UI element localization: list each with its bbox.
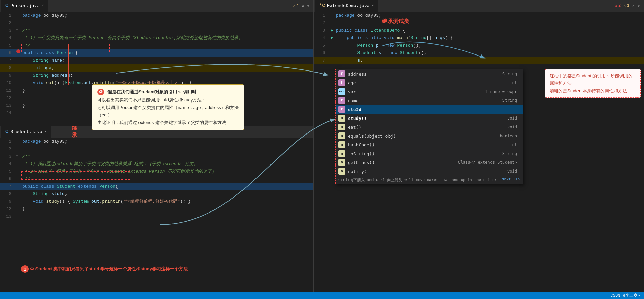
student-line-4: 4 * 1）我们通过extends简历了子类与父类的继承关系 格式：（子类 ex… <box>0 160 313 168</box>
right-line-7: 7 s. <box>314 57 644 64</box>
ac-item-equals[interactable]: m equals(Object obj) boolean <box>336 131 523 140</box>
right-line-5: 5 Person p = new Person(); <box>314 42 644 49</box>
student-line-2: 2 <box>0 145 313 153</box>
ac-name-eat: eat() <box>348 125 504 130</box>
fold-3[interactable]: ⊟ <box>16 27 21 32</box>
ac-item-stuId[interactable]: f stuId <box>336 105 523 114</box>
ac-icon-m-equals: m <box>338 132 345 139</box>
ac-item-tostring[interactable]: m toString() String <box>336 149 523 158</box>
right-nav-down[interactable]: ∨ <box>638 3 640 9</box>
person-tab-close[interactable]: × <box>42 4 44 8</box>
person-line-4: 4 * 1）一个父类只能有一个子类 Person 有两个子类（Student/T… <box>0 34 313 42</box>
right-warning-badge: ⚠ 1 <box>624 3 629 9</box>
extends-code-editor: 继承测试类 1 package oo.day03; 2 3 ▶ public c… <box>314 12 644 292</box>
circle-1: 1 <box>21 265 29 273</box>
error-count: 2 <box>618 3 621 8</box>
right-line-6: 6 Student s = new Student(); <box>314 49 644 57</box>
ac-item-notify[interactable]: m notify() void <box>336 167 523 176</box>
ac-name-study: study() <box>348 116 504 121</box>
ac-type-equals: boolean <box>500 133 520 138</box>
ac-type-name: String <box>502 98 520 103</box>
ac-item-getclass[interactable]: m getClass() Class<? extends Student> <box>336 158 523 167</box>
status-bar: CSDN @李三岁~ <box>0 292 644 299</box>
ac-type-tostring: String <box>502 151 520 156</box>
right-warning-count: 1 <box>627 3 629 8</box>
ac-type-notify: void <box>507 169 520 174</box>
ac-name-stuId: stuId <box>348 107 514 112</box>
ac-name-getclass: getClass() <box>348 160 455 165</box>
ac-icon-m-tostring: m <box>338 150 345 157</box>
right-nav-up[interactable]: ∧ <box>632 3 635 9</box>
ac-item-hashcode[interactable]: m hashCode() int <box>336 140 523 149</box>
ac-item-age[interactable]: f age int <box>336 78 523 87</box>
ac-item-var[interactable]: var var T name = expr <box>336 87 523 96</box>
run-icon-4[interactable]: ▶ <box>331 34 333 42</box>
ac-name-notify: notify() <box>348 169 504 174</box>
right-panel: *C ExtendsDemo.java × ⊘ 2 ⚠ 1 ∧ ∨ 继承测试类 <box>314 0 644 292</box>
callout2-line2: 可以看出其实我们不只是能调用stuId属性和study方法； <box>97 96 239 104</box>
person-line-9: 9 String address; <box>0 72 313 79</box>
ac-icon-m-eat: m <box>338 124 345 130</box>
debug-breakpoint <box>16 49 20 53</box>
right-line-4: 4 ▶ public static void main(String[] arg… <box>314 34 644 42</box>
person-warning-badge: ⚠ 4 <box>293 3 299 9</box>
fold-s3[interactable]: ⊟ <box>16 153 21 158</box>
next-tip-link[interactable]: Next Tip <box>502 177 520 183</box>
student-line-6: 6 */ <box>0 175 313 183</box>
autocomplete-dropdown[interactable]: f address String f age int var var T nam… <box>335 69 523 184</box>
run-icon-3[interactable]: ▶ <box>331 27 333 34</box>
callout2-box: ② 但是在我们通过Student对象的引用 s. 调用时 可以看出其实我们不只是… <box>92 84 244 130</box>
callout2-line4: （eat）... <box>97 111 239 119</box>
extends-tab-label: ExtendsDemo.java <box>327 3 370 9</box>
student-tab-icon: C <box>5 129 8 135</box>
annotation1-text: ① Student 类中我们只看到了stuld 学号这样一个属性和study学习… <box>30 266 188 272</box>
person-tab-bar: C Person.java × ⚠ 4 ∧ ∨ <box>0 0 313 12</box>
ac-item-study[interactable]: m study() void <box>336 114 523 123</box>
circle-2: ② <box>97 89 104 95</box>
tab-person-java[interactable]: C Person.java × <box>1 0 48 12</box>
nav-up-btn[interactable]: ∧ <box>302 3 304 9</box>
footer-text: Ctrl+向下箭头 and Ctrl+向上箭头 will move caret … <box>338 177 497 183</box>
ac-item-eat[interactable]: m eat() void <box>336 123 523 131</box>
ac-type-var: T name = expr <box>485 89 520 94</box>
ac-name-name: name <box>348 98 500 103</box>
ac-type-address: String <box>502 72 520 76</box>
extends-tab-icon: *C <box>319 3 325 9</box>
student-code-editor: 1 package oo.day03; 2 3 ⊟ /** 4 <box>0 138 313 220</box>
right-annotation-box: 红框中的都是Student 的引用 s 所能调用的属性和方法 加粗的是Stude… <box>545 69 641 98</box>
student-line-9: 9 void study() { System.out.println("学编程… <box>0 198 313 205</box>
ac-item-address[interactable]: f address String <box>336 69 523 78</box>
ac-icon-f-age: f <box>338 79 345 86</box>
student-tab-label: Student.java <box>10 129 42 135</box>
nav-down-btn[interactable]: ∨ <box>307 3 309 9</box>
ac-item-name[interactable]: f name String <box>336 96 523 105</box>
ac-name-tostring: toString() <box>348 151 500 156</box>
student-line-7: 7 public class Student extends Person{ <box>0 183 313 190</box>
status-text: CSDN @李三岁~ <box>611 293 640 298</box>
student-line-1: 1 package oo.day03; <box>0 138 313 145</box>
warning-icon: ⚠ <box>293 3 295 9</box>
person-line-8: 8 int age; <box>0 64 313 72</box>
tab-student-java[interactable]: C Student.java × <box>1 126 51 138</box>
extends-tab-close[interactable]: × <box>372 4 374 8</box>
person-line-6: 6 public class Person { <box>0 49 313 57</box>
ac-icon-m-hashcode: m <box>338 141 345 148</box>
person-line-3: 3 ⊟ /** <box>0 27 313 34</box>
callout2-line5: 由此证明：我们通过 extends 这个关键字继承了父类的属性和方法 <box>97 119 239 126</box>
tab-extends-demo[interactable]: *C ExtendsDemo.java × <box>315 0 378 12</box>
person-toolbar-right: ⚠ 4 ∧ ∨ <box>293 3 312 9</box>
warning-icon-r: ⚠ <box>624 3 626 9</box>
right-line-2: 2 <box>314 19 644 27</box>
ac-icon-f-stuId: f <box>338 106 345 113</box>
ac-name-address: address <box>348 72 500 77</box>
student-line-5: 5 * 2）Java单一继承,只能有一个父类（ Student extends … <box>0 168 313 175</box>
ac-type-age: int <box>510 80 520 85</box>
person-tab-label: Person.java <box>10 3 40 9</box>
person-warning-count: 4 <box>296 3 299 8</box>
ac-icon-var: var <box>338 88 345 95</box>
right-toolbar: ⊘ 2 ⚠ 1 ∧ ∨ <box>615 3 643 9</box>
student-line-13: 13 <box>0 213 313 220</box>
person-line-1: 1 package oo.day03; <box>0 12 313 19</box>
ac-name-equals: equals(Object obj) <box>348 133 497 139</box>
student-tab-close[interactable]: × <box>44 130 47 134</box>
